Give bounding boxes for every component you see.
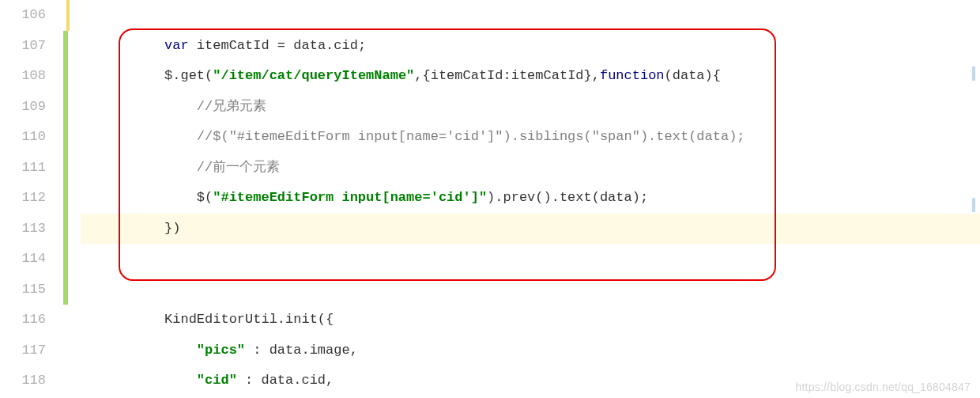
added-marker-icon: [63, 122, 68, 153]
line-number[interactable]: 118: [0, 366, 46, 396]
line-number[interactable]: 111: [0, 153, 46, 184]
error-stripe[interactable]: [971, 0, 977, 398]
added-marker-icon: [63, 153, 68, 184]
code-fragment: : data.cid,: [237, 373, 334, 388]
line-number[interactable]: 115: [0, 275, 46, 305]
added-marker-icon: [63, 61, 68, 92]
indent: [84, 312, 164, 327]
code-fragment: KindEditorUtil.init({: [164, 312, 334, 327]
code-fragment: $(: [197, 190, 213, 205]
code-fragment: (data){: [665, 68, 721, 83]
code-line[interactable]: [81, 275, 980, 305]
line-number[interactable]: 116: [0, 305, 46, 335]
code-line[interactable]: $("#itemeEditForm input[name='cid']").pr…: [81, 183, 980, 214]
code-line[interactable]: //前一个元素: [81, 153, 980, 184]
line-number[interactable]: 117: [0, 335, 46, 366]
code-line[interactable]: //兄弟元素: [81, 92, 980, 123]
code-line[interactable]: [81, 244, 980, 275]
indent: [84, 190, 197, 205]
string-literal: "pics": [197, 343, 245, 358]
line-number[interactable]: 107: [0, 31, 46, 62]
stripe-mark-icon[interactable]: [972, 66, 975, 81]
line-number[interactable]: 106: [0, 0, 46, 31]
keyword-var: var: [164, 38, 197, 53]
indent: [84, 343, 197, 358]
string-literal: "#itemeEditForm input[name='cid']": [213, 190, 487, 205]
code-fragment: = data.cid;: [270, 38, 366, 53]
code-content-area[interactable]: var itemCatId = data.cid; $.get("/item/c…: [81, 0, 980, 398]
added-marker-icon: [63, 183, 68, 214]
watermark-text: https://blog.csdn.net/qq_16804847: [796, 381, 971, 393]
comment: //前一个元素: [197, 160, 280, 175]
string-literal: "cid": [197, 373, 237, 388]
indent: [84, 38, 164, 53]
added-marker-icon: [63, 92, 68, 123]
code-line[interactable]: $.get("/item/cat/queryItemName",{itemCat…: [81, 61, 980, 92]
added-marker-icon: [63, 214, 68, 244]
line-number-gutter: 106 107 108 109 110 111 112 113 114 115 …: [0, 0, 60, 398]
stripe-mark-icon[interactable]: [972, 198, 975, 212]
code-fragment: }): [164, 221, 180, 236]
change-marker-gutter: [60, 0, 81, 398]
identifier: itemCatId: [197, 38, 270, 53]
code-editor: 106 107 108 109 110 111 112 113 114 115 …: [0, 0, 980, 398]
line-number[interactable]: 113: [0, 214, 46, 244]
added-marker-icon: [63, 275, 68, 305]
indent: [84, 99, 197, 114]
indent: [84, 373, 197, 388]
code-line[interactable]: //$("#itemeEditForm input[name='cid']").…: [81, 122, 980, 153]
code-line[interactable]: "pics" : data.image,: [81, 335, 980, 366]
added-marker-icon: [63, 244, 68, 275]
code-line-current[interactable]: }): [81, 214, 980, 244]
line-number[interactable]: 108: [0, 61, 46, 92]
line-number[interactable]: 112: [0, 183, 46, 214]
modified-marker-icon: [66, 0, 70, 31]
code-line[interactable]: [81, 0, 980, 31]
line-number[interactable]: 114: [0, 244, 46, 275]
code-line[interactable]: KindEditorUtil.init({: [81, 305, 980, 335]
comment: //$("#itemeEditForm input[name='cid']").…: [197, 129, 745, 144]
indent: [84, 221, 164, 236]
line-number[interactable]: 110: [0, 122, 46, 153]
indent: [84, 129, 197, 144]
code-fragment: $.get(: [164, 68, 213, 83]
comment: //兄弟元素: [197, 99, 266, 114]
line-number[interactable]: 109: [0, 92, 46, 123]
code-fragment: : data.image,: [245, 343, 358, 358]
indent: [84, 160, 197, 175]
added-marker-icon: [63, 31, 68, 62]
code-fragment: ).prev().text(data);: [487, 190, 648, 205]
code-fragment: ,{itemCatId:itemCatId},: [414, 68, 600, 83]
keyword-function: function: [600, 68, 665, 83]
indent: [84, 68, 164, 83]
string-literal: "/item/cat/queryItemName": [213, 68, 414, 83]
code-line[interactable]: var itemCatId = data.cid;: [81, 31, 980, 62]
